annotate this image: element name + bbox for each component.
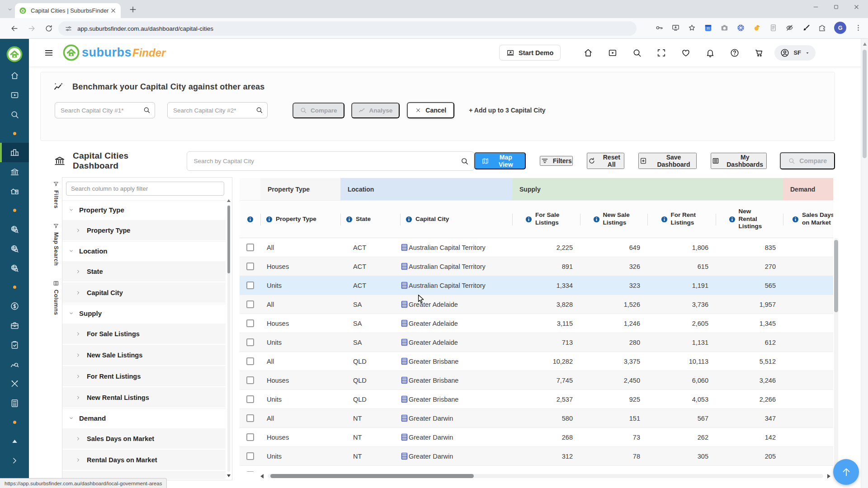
info-icon[interactable] xyxy=(346,216,353,223)
camera-extension-icon[interactable] xyxy=(720,23,729,32)
sidebar-item-tools[interactable] xyxy=(0,374,29,394)
filter-tab-map-search[interactable]: Map Search xyxy=(50,219,62,269)
sidebar-item-globe-search[interactable] xyxy=(0,220,29,239)
filter-panel-scrollbar[interactable] xyxy=(227,199,231,477)
navbar-heart-button[interactable] xyxy=(677,44,694,61)
duck-extension-icon[interactable] xyxy=(753,23,761,32)
table-view-icon[interactable] xyxy=(400,300,409,309)
table-view-icon[interactable] xyxy=(400,338,409,347)
column-header-for-rent-listings[interactable]: For Rent Listings xyxy=(647,201,716,238)
filter-item-state[interactable]: State xyxy=(62,261,226,282)
table-view-icon[interactable] xyxy=(400,414,409,422)
row-checkbox[interactable] xyxy=(246,395,254,403)
brand-logo[interactable]: suburbs Finder xyxy=(63,44,165,61)
forward-icon[interactable] xyxy=(27,24,36,33)
table-row[interactable]: HousesQLDGreater Brisbane7,7452,4506,060… xyxy=(240,371,833,390)
filter-item-new-sale-listings[interactable]: New Sale Listings xyxy=(62,345,226,365)
sidebar-item-home[interactable] xyxy=(0,66,29,85)
table-row[interactable]: UnitsNTGreater Darwin31278305205 xyxy=(240,447,833,466)
filter-item-capital-city[interactable]: Capital City xyxy=(62,282,226,303)
filter-tab-filters[interactable]: Filters xyxy=(50,177,62,212)
navbar-help-button[interactable] xyxy=(726,44,743,61)
row-checkbox[interactable] xyxy=(246,414,254,422)
filter-tab-columns[interactable]: Columns xyxy=(50,277,62,319)
filter-section-supply[interactable]: Supply xyxy=(62,304,226,323)
table-compare-button[interactable]: Compare xyxy=(780,152,835,169)
column-header-sales-days-on-market[interactable]: Sales Days on Market xyxy=(783,201,833,238)
table-view-icon[interactable] xyxy=(400,243,409,252)
table-row[interactable]: HousesACTAustralian Capital Territory891… xyxy=(240,257,833,276)
navbar-video-button[interactable] xyxy=(604,44,621,61)
maximize-icon[interactable] xyxy=(833,4,840,10)
site-settings-icon[interactable] xyxy=(65,25,72,33)
filter-item-property-type[interactable]: Property Type xyxy=(62,220,226,240)
row-checkbox[interactable] xyxy=(246,376,254,384)
navbar-bell-button[interactable] xyxy=(702,44,718,61)
row-checkbox[interactable] xyxy=(246,452,254,460)
table-vertical-scrollbar[interactable] xyxy=(833,238,839,472)
table-row[interactable]: AllNTGreater Darwin580151567347 xyxy=(240,409,833,428)
table-view-icon[interactable] xyxy=(400,433,409,441)
minimize-icon[interactable] xyxy=(812,4,819,10)
back-icon[interactable] xyxy=(10,24,19,33)
filter-item-new-rental-listings[interactable]: New Rental Listings xyxy=(62,387,226,408)
info-icon[interactable] xyxy=(661,216,668,223)
filter-search[interactable] xyxy=(66,182,224,196)
sidebar-item-search[interactable] xyxy=(0,105,29,124)
sidebar-item-chevron-right[interactable] xyxy=(0,451,29,470)
table-view-icon[interactable] xyxy=(400,452,409,460)
browser-menu-icon[interactable] xyxy=(854,23,863,32)
filter-item-rental-days-on-market[interactable]: Rental Days on Market xyxy=(62,450,226,470)
table-row[interactable]: UnitsSAGreater Adelaide7132801,131612 xyxy=(240,333,833,352)
table-row[interactable]: AllSAGreater Adelaide3,8281,5263,7361,95… xyxy=(240,295,833,314)
sidebar-item-globe-search[interactable] xyxy=(0,239,29,258)
row-checkbox[interactable] xyxy=(246,282,254,289)
analyse-button[interactable]: Analyse xyxy=(351,103,400,118)
tab-search-button[interactable] xyxy=(5,4,15,15)
bookmark-star-icon[interactable] xyxy=(688,23,696,32)
gear-extension-icon[interactable] xyxy=(736,23,745,32)
new-tab-button[interactable] xyxy=(128,5,137,14)
table-view-icon[interactable] xyxy=(400,262,409,271)
profile-chip[interactable]: SF xyxy=(774,45,816,61)
tab-close-icon[interactable] xyxy=(110,7,117,14)
row-checkbox[interactable] xyxy=(246,471,254,472)
start-demo-button[interactable]: Start Demo xyxy=(499,45,561,61)
table-row[interactable]: UnitsQLDGreater Brisbane2,5379254,0532,2… xyxy=(240,390,833,409)
sidebar-item-briefcase[interactable] xyxy=(0,316,29,335)
navbar-home-button[interactable] xyxy=(580,44,596,61)
capital-city-2-input[interactable] xyxy=(167,102,268,118)
row-checkbox[interactable] xyxy=(246,319,254,327)
filter-item-sales-days-on-market[interactable]: Sales Days on Market xyxy=(62,428,226,449)
filter-search-input[interactable] xyxy=(66,182,224,196)
sidebar-item-caret-up[interactable] xyxy=(0,432,29,451)
filter-section-demand[interactable]: Demand xyxy=(62,408,226,427)
install-app-icon[interactable] xyxy=(671,23,680,32)
filter-item-for-sale-listings[interactable]: For Sale Listings xyxy=(62,324,226,344)
table-view-icon[interactable] xyxy=(400,357,409,366)
table-horizontal-scrollbar[interactable] xyxy=(260,473,830,479)
navbar-cart-button[interactable] xyxy=(750,44,767,61)
row-checkbox[interactable] xyxy=(246,244,254,251)
table-view-icon[interactable] xyxy=(400,471,409,472)
filter-item-for-rent-listings[interactable]: For Rent Listings xyxy=(62,366,226,386)
sidebar-item-dollar[interactable] xyxy=(0,296,29,316)
navbar-scan-button[interactable] xyxy=(653,44,670,61)
window-close-icon[interactable] xyxy=(853,4,860,10)
column-header-capital-city[interactable]: Capital City xyxy=(400,201,512,238)
row-checkbox[interactable] xyxy=(246,357,254,365)
sidebar-item-globe-search[interactable] xyxy=(0,258,29,278)
column-header-new-sale-listings[interactable]: New Sale Listings xyxy=(580,201,647,238)
row-checkbox[interactable] xyxy=(246,433,254,441)
filter-section-property-type[interactable]: Property Type xyxy=(62,200,226,219)
brush-extension-icon[interactable] xyxy=(802,23,810,32)
table-row[interactable] xyxy=(240,466,833,472)
capital-city-2-search[interactable] xyxy=(167,102,268,118)
compare-button[interactable]: Compare xyxy=(292,103,344,118)
filters-button[interactable]: Filters xyxy=(540,156,573,166)
reload-icon[interactable] xyxy=(44,24,53,33)
info-icon[interactable] xyxy=(593,216,600,223)
column-header-new-rental-listings[interactable]: New Rental Listings xyxy=(716,201,783,238)
info-icon[interactable] xyxy=(406,216,412,223)
table-view-icon[interactable] xyxy=(400,281,409,290)
